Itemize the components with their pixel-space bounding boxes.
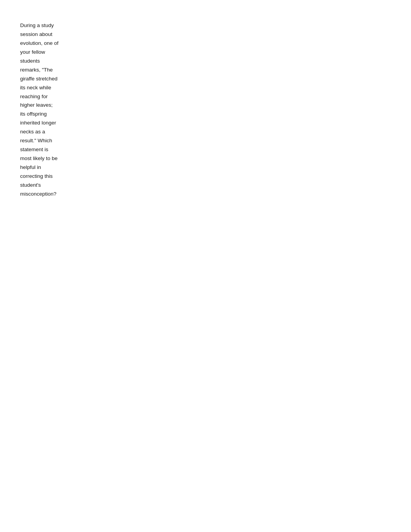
question-text: During a study session about evolution, …: [20, 21, 59, 199]
